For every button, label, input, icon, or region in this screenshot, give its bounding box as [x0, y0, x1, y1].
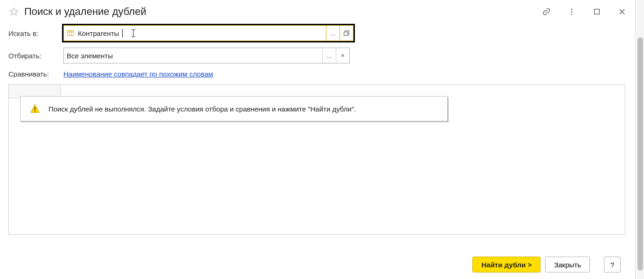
text-cursor-icon: [130, 28, 137, 38]
svg-rect-7: [68, 31, 74, 36]
search-in-select-button[interactable]: ...: [326, 26, 339, 41]
filter-value: Все элементы: [67, 52, 113, 60]
catalog-icon: [67, 29, 74, 37]
filter-row: Отбирать: Все элементы ... ×: [8, 48, 625, 63]
filter-select-button[interactable]: ...: [322, 48, 336, 63]
maximize-icon[interactable]: [592, 7, 602, 17]
results-panel: Поиск дублей не выполнялся. Задайте усло…: [8, 84, 625, 235]
favorite-star-icon[interactable]: [9, 7, 19, 16]
svg-point-3: [571, 14, 573, 15]
search-in-row: Искать в: Контрагенты ...: [8, 25, 625, 41]
svg-point-1: [571, 8, 573, 10]
search-in-value: Контрагенты: [78, 29, 119, 37]
filter-field[interactable]: Все элементы ... ×: [63, 48, 350, 63]
more-menu-icon[interactable]: [567, 7, 577, 17]
search-in-open-button[interactable]: [339, 26, 353, 41]
compare-link[interactable]: Наименование совпадает по похожим словам: [63, 70, 213, 78]
compare-label: Сравнивать:: [8, 70, 63, 78]
help-button[interactable]: ?: [604, 257, 621, 272]
footer: Найти дубли > Закрыть ?: [472, 257, 621, 272]
scrollbar-track[interactable]: [635, 0, 644, 279]
svg-point-2: [571, 11, 573, 13]
find-duplicates-button[interactable]: Найти дубли >: [472, 257, 540, 272]
svg-rect-11: [344, 32, 348, 35]
svg-marker-0: [10, 8, 18, 15]
filter-clear-button[interactable]: ×: [336, 48, 349, 63]
hint-text: Поиск дублей не выполнялся. Задайте усло…: [48, 105, 356, 113]
close-button[interactable]: Закрыть: [545, 257, 590, 272]
compare-row: Сравнивать: Наименование совпадает по по…: [8, 70, 625, 78]
search-in-label: Искать в:: [8, 29, 63, 37]
warning-icon: [30, 104, 40, 114]
text-cursor: [122, 29, 123, 37]
hint-box: Поиск дублей не выполнялся. Задайте усло…: [20, 96, 448, 121]
header: Поиск и удаление дублей: [0, 0, 635, 23]
search-in-field[interactable]: Контрагенты ...: [63, 25, 353, 41]
svg-rect-14: [35, 111, 35, 112]
page-title: Поиск и удаление дублей: [24, 6, 146, 18]
scrollbar-thumb[interactable]: [637, 37, 643, 271]
svg-rect-4: [595, 9, 600, 14]
close-icon[interactable]: [617, 7, 627, 17]
filter-label: Отбирать:: [8, 52, 63, 60]
link-icon[interactable]: [541, 7, 552, 17]
svg-rect-13: [35, 107, 35, 110]
